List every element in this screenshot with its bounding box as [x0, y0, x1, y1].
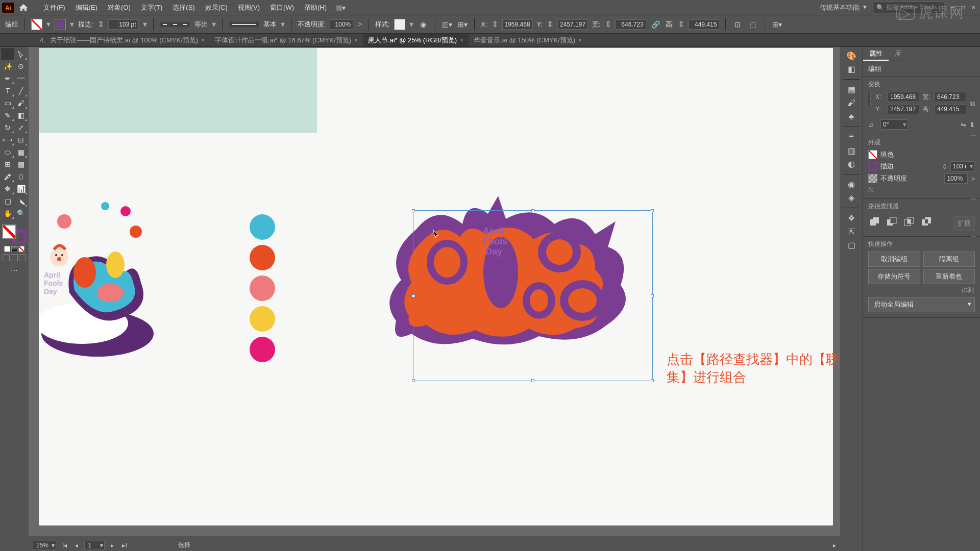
asset-export-panel-icon[interactable]: ⇱ — [845, 226, 858, 238]
close-icon[interactable]: × — [354, 37, 358, 44]
width-tool[interactable]: ⟷ — [1, 134, 14, 146]
rotate-tool[interactable]: ↻ — [1, 121, 14, 134]
draw-behind-icon[interactable] — [11, 254, 18, 261]
w-input[interactable] — [935, 92, 966, 102]
menu-window[interactable]: 窗口(W) — [265, 3, 299, 12]
curvature-tool[interactable]: 〰 — [14, 72, 28, 85]
swatches-panel-icon[interactable]: ▦ — [845, 84, 858, 95]
menu-select[interactable]: 选择(S) — [167, 3, 200, 12]
pen-tool[interactable]: ✒ — [1, 72, 14, 85]
ungroup-button[interactable]: 取消编组 — [868, 252, 920, 267]
reference-point[interactable] — [868, 92, 871, 106]
stroke-weight-field[interactable]: 103 i — [950, 161, 975, 171]
gradient-panel-icon[interactable]: ▥ — [845, 145, 858, 157]
status-more-icon[interactable]: ▸ — [833, 542, 836, 549]
menu-type[interactable]: 文字(T) — [136, 3, 168, 12]
variable-width-profile[interactable] — [160, 21, 190, 28]
direct-selection-tool[interactable] — [14, 48, 28, 60]
menu-file[interactable]: 文件(F) — [38, 3, 70, 12]
link-wh-icon[interactable]: ⧉ — [970, 100, 975, 108]
appearance-panel-icon[interactable]: ◉ — [845, 179, 858, 190]
y-input[interactable] — [888, 104, 919, 114]
tab-libraries[interactable]: 库 — [889, 47, 908, 61]
lasso-tool[interactable]: ⊙ — [14, 60, 28, 72]
arrange-docs-icon[interactable]: ▦▾ — [335, 2, 346, 13]
artboard-number[interactable]: 1 — [84, 541, 105, 550]
edit-contents-icon[interactable]: ⬚ — [747, 19, 758, 30]
y-field[interactable]: 2457.197 — [557, 19, 588, 30]
eraser-tool[interactable]: ◧ — [14, 109, 28, 121]
opacity-swatch[interactable] — [868, 174, 877, 183]
rectangle-tool[interactable]: ▭ — [1, 97, 14, 109]
color-mode-icon[interactable] — [4, 246, 10, 252]
menu-object[interactable]: 对象(O) — [103, 3, 136, 12]
draw-normal-icon[interactable] — [3, 254, 10, 261]
artboards-panel-icon[interactable]: ▢ — [845, 239, 858, 251]
scale-tool[interactable]: ⤢ — [14, 121, 28, 134]
expand-button[interactable]: 扩展 — [953, 216, 975, 231]
gradient-mode-icon[interactable] — [11, 246, 17, 252]
symbol-sprayer-tool[interactable]: ❋ — [1, 183, 14, 195]
paintbrush-tool[interactable]: 🖌 — [14, 97, 28, 109]
selection-tool[interactable] — [1, 48, 14, 60]
slice-tool[interactable]: 🔪 — [14, 195, 28, 207]
close-icon[interactable]: × — [201, 37, 205, 44]
tab-properties[interactable]: 属性 — [863, 47, 889, 61]
graph-tool[interactable]: 📊 — [14, 183, 28, 195]
x-input[interactable] — [888, 92, 919, 102]
type-tool[interactable]: T — [1, 85, 14, 97]
last-artboard-icon[interactable]: ▸I — [120, 542, 129, 549]
edit-toolbar-icon[interactable]: ⋯ — [1, 264, 28, 277]
eyedropper-tool[interactable]: 💉 — [1, 170, 14, 183]
transform-icon[interactable]: ⊞▾ — [457, 19, 468, 30]
stroke-panel-icon[interactable]: ≡ — [845, 131, 858, 143]
zoom-tool[interactable]: 🔍 — [14, 207, 28, 219]
opacity-field[interactable]: 100% — [944, 173, 968, 184]
home-icon[interactable] — [17, 3, 30, 13]
blend-tool[interactable]: ⬯ — [14, 170, 28, 183]
stroke-swatch[interactable] — [57, 21, 64, 28]
link-wh-icon[interactable]: 🔗 — [650, 19, 662, 30]
canvas-area[interactable]: AprilFoolsDay AprilFoolsDay — [29, 47, 840, 536]
recolor-icon[interactable]: ◉ — [418, 19, 429, 30]
shape-builder-tool[interactable]: ⬭ — [1, 146, 14, 158]
doc-tab-3[interactable]: 愚人节.ai* @ 25% (RGB/预览)× — [363, 34, 469, 46]
artboard-tool[interactable]: ▢ — [1, 195, 14, 207]
fill-stroke-indicator[interactable] — [1, 223, 28, 245]
prefs-icon[interactable]: ⊞▾ — [771, 19, 782, 30]
workspace-switcher[interactable]: 传统基本功能 — [816, 2, 869, 13]
menu-effect[interactable]: 效果(C) — [200, 3, 233, 12]
perspective-tool[interactable]: ▦ — [14, 146, 28, 158]
magic-wand-tool[interactable]: ✨ — [1, 60, 14, 72]
line-tool[interactable]: ╱ — [14, 85, 28, 97]
isolate-icon[interactable]: ⊡ — [732, 19, 743, 30]
more-options-icon[interactable]: ⋯ — [971, 233, 977, 240]
doc-tab-4[interactable]: 华音音乐.ai @ 150% (CMYK/预览)× — [469, 34, 587, 46]
style-swatch[interactable] — [394, 19, 405, 30]
close-icon[interactable]: × — [578, 37, 582, 44]
brush-definition[interactable] — [229, 21, 259, 28]
symbols-panel-icon[interactable]: ♣ — [845, 111, 858, 123]
opacity-field[interactable]: 100% — [330, 19, 353, 30]
first-artboard-icon[interactable]: I◂ — [60, 542, 69, 549]
fill-swatch[interactable] — [868, 150, 877, 159]
transparency-panel-icon[interactable]: ◐ — [845, 158, 858, 170]
flip-h-icon[interactable]: ⇋ — [961, 121, 966, 129]
pathfinder-exclude-icon[interactable] — [920, 216, 933, 228]
pathfinder-minus-front-icon[interactable] — [886, 216, 898, 228]
global-edit-button[interactable]: 启动全局编辑▾ — [868, 297, 975, 312]
save-symbol-button[interactable]: 存储为符号 — [868, 269, 920, 284]
doc-tab-1[interactable]: 4、关于纸张——国产特纸类.ai @ 100% (CMYK/预览)× — [35, 34, 210, 46]
w-field[interactable]: 646.723 — [616, 19, 646, 30]
draw-inside-icon[interactable] — [19, 254, 26, 261]
menu-help[interactable]: 帮助(H) — [299, 3, 332, 12]
angle-field[interactable]: 0° — [880, 119, 908, 130]
next-artboard-icon[interactable]: ▸ — [109, 542, 116, 549]
recolor-button[interactable]: 重新着色 — [923, 269, 975, 284]
menu-edit[interactable]: 编辑(E) — [70, 3, 103, 12]
color-panel-icon[interactable]: 🎨 — [845, 50, 858, 62]
align-icon[interactable]: ▥▾ — [442, 19, 453, 30]
menu-view[interactable]: 视图(V) — [233, 3, 265, 12]
h-field[interactable]: 449.415 — [689, 19, 719, 30]
h-input[interactable] — [935, 104, 966, 114]
